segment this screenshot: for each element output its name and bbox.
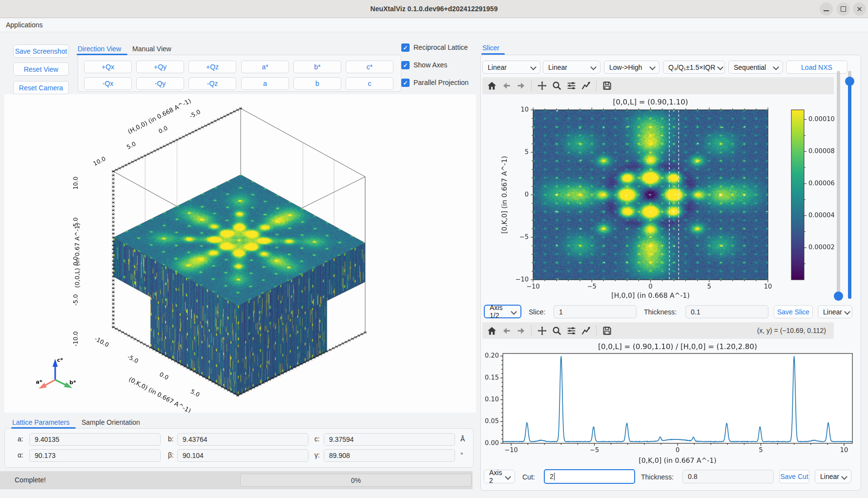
slice-scale-select[interactable]: Linear xyxy=(818,305,852,318)
lattice-param-label: γ: xyxy=(314,451,320,459)
slice-thickness-input[interactable]: 0.1 xyxy=(685,305,768,318)
checkbox-label: Reciprocal Lattice xyxy=(413,43,468,51)
slice-label: Slice: xyxy=(529,308,545,316)
sort-order-select[interactable]: Low->High xyxy=(604,61,660,74)
forward-icon[interactable] xyxy=(514,324,528,337)
tab-manual-view[interactable]: Manual View xyxy=(132,45,171,53)
pan-icon[interactable] xyxy=(535,80,549,92)
progress-bar: 0% xyxy=(240,474,472,487)
view-tab-underline xyxy=(77,54,127,55)
lattice-param-input[interactable]: 9.43764 xyxy=(177,433,309,446)
reset-camera-button[interactable]: Reset Camera xyxy=(13,81,69,94)
save-icon[interactable] xyxy=(599,324,614,337)
color-min-slider-handle[interactable] xyxy=(834,291,843,301)
direction-button-plusQx[interactable]: +Qx xyxy=(84,61,132,73)
customize-icon[interactable] xyxy=(579,324,593,337)
forward-icon[interactable] xyxy=(514,80,528,92)
checkbox-parallel-projection[interactable]: ✓ xyxy=(401,79,410,87)
direction-button-c[interactable]: c xyxy=(346,77,393,90)
direction-button-minusQx[interactable]: -Qx xyxy=(84,77,132,90)
cut-thickness-input[interactable]: 0.8 xyxy=(682,470,774,483)
lattice-3d-viewport[interactable] xyxy=(4,94,476,413)
direction-button-bstar[interactable]: b* xyxy=(293,61,341,73)
save-icon[interactable] xyxy=(599,80,614,92)
sliders-icon[interactable] xyxy=(564,80,579,92)
home-icon[interactable] xyxy=(484,324,499,337)
direction-button-cstar[interactable]: c* xyxy=(346,61,393,73)
lattice-param-label: b: xyxy=(168,435,174,443)
lattice-param-label: c: xyxy=(314,435,320,443)
direction-button-minusQz[interactable]: -Qz xyxy=(188,77,236,90)
chevron-down-icon xyxy=(511,309,517,315)
checkbox-label: Show Axes xyxy=(413,61,447,69)
tab-sample-orientation[interactable]: Sample Orientation xyxy=(82,418,140,426)
lattice-param-label: β: xyxy=(168,451,174,459)
cut-label: Cut: xyxy=(522,473,535,481)
direction-button-minusQy[interactable]: -Qy xyxy=(136,77,184,90)
chevron-down-icon xyxy=(530,64,537,70)
chevron-down-icon xyxy=(505,474,511,480)
slice-scale-x-select[interactable]: Linear xyxy=(482,61,540,74)
chevron-down-icon xyxy=(844,309,850,315)
slice-scale-y-select[interactable]: Linear xyxy=(543,61,600,74)
lattice-param-input[interactable]: 90.104 xyxy=(177,449,309,462)
save-screenshot-button[interactable]: Save Screenshot xyxy=(13,44,69,58)
zoom-icon[interactable] xyxy=(549,324,564,337)
pan-icon[interactable] xyxy=(535,324,549,337)
maximize-button[interactable] xyxy=(837,2,850,16)
tab-lattice-parameters[interactable]: Lattice Parameters xyxy=(12,418,70,426)
cut-line-plot[interactable] xyxy=(482,342,858,466)
toolbar-separator xyxy=(531,81,532,91)
home-icon[interactable] xyxy=(484,80,499,92)
customize-icon[interactable] xyxy=(579,80,593,92)
tab-slicer[interactable]: Slicer xyxy=(482,44,499,52)
chevron-down-icon xyxy=(841,474,847,480)
back-icon[interactable] xyxy=(499,80,514,92)
direction-button-b[interactable]: b xyxy=(293,77,341,90)
direction-button-plusQz[interactable]: +Qz xyxy=(188,61,236,73)
slice-value-input[interactable]: 1 xyxy=(554,305,637,318)
tab-direction-view[interactable]: Direction View xyxy=(78,45,121,53)
status-message: Complete! xyxy=(15,476,46,484)
color-min-slider-track[interactable] xyxy=(837,71,840,299)
reset-view-button[interactable]: Reset View xyxy=(13,62,69,76)
lattice-param-input[interactable]: 9.40135 xyxy=(29,433,161,446)
minimize-button[interactable] xyxy=(820,2,833,16)
lattice-param-input[interactable]: 89.908 xyxy=(324,449,455,462)
lattice-param-input[interactable]: 9.37594 xyxy=(324,433,455,446)
colormap-select[interactable]: Sequential xyxy=(728,61,783,74)
cut-scale-select[interactable]: Linear xyxy=(815,470,851,483)
save-slice-button[interactable]: Save Slice xyxy=(774,305,813,318)
save-cut-button[interactable]: Save Cut xyxy=(779,470,809,483)
cut-value-input[interactable]: 2 xyxy=(544,469,635,484)
slice-plot-toolbar xyxy=(482,77,834,94)
checkbox-show-axes[interactable]: ✓ xyxy=(401,61,410,69)
back-icon[interactable] xyxy=(499,324,514,337)
lattice-param-input[interactable]: 90.173 xyxy=(29,449,161,462)
checkbox-reciprocal-lattice[interactable]: ✓ xyxy=(401,43,410,52)
slice-heatmap-plot[interactable] xyxy=(482,96,836,303)
chevron-down-icon xyxy=(717,64,723,70)
slice-thickness-label: Thickness: xyxy=(644,308,677,316)
clim-method-select[interactable]: Q₃/Q₁±1.5×IQR xyxy=(663,61,725,74)
window-title: NeuXtalViz 0.1.0.dev96+d202412291959 xyxy=(0,0,868,18)
progress-value: 0% xyxy=(351,477,361,484)
direction-button-plusQy[interactable]: +Qy xyxy=(136,61,184,73)
direction-button-astar[interactable]: a* xyxy=(241,61,289,73)
close-button[interactable]: ✕ xyxy=(853,2,866,16)
direction-button-a[interactable]: a xyxy=(241,77,289,90)
chevron-down-icon xyxy=(773,64,779,70)
toolbar-separator xyxy=(596,81,597,91)
maximize-icon xyxy=(841,6,846,12)
sliders-icon[interactable] xyxy=(564,324,579,337)
color-max-slider-handle[interactable] xyxy=(845,77,854,86)
chevron-down-icon xyxy=(590,64,597,70)
menu-applications[interactable]: Applications xyxy=(6,18,43,32)
lattice-param-label: a: xyxy=(18,435,23,443)
zoom-icon[interactable] xyxy=(549,80,564,92)
cut-axis-select[interactable]: Axis 2 xyxy=(484,470,515,483)
lattice-tab-underline xyxy=(11,427,76,429)
slice-axis-select[interactable]: Axis 1/2 xyxy=(484,305,521,318)
menubar: Applications xyxy=(0,18,868,32)
lattice-unit-label: Å xyxy=(460,435,465,443)
